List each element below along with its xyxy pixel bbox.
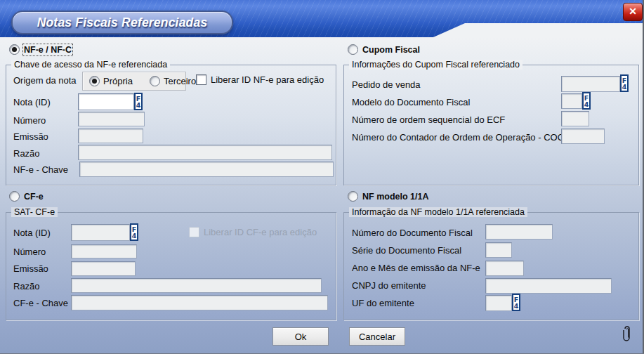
- field-label: Razão: [13, 148, 40, 159]
- coo-input: [561, 129, 605, 144]
- cfe-numero-input: [71, 244, 137, 258]
- f4-digit: 4: [136, 102, 141, 108]
- f4-lookup-button[interactable]: F 4: [512, 294, 520, 311]
- header-right-fill: [465, 23, 644, 37]
- origem-terceiro-label: Terceiro: [164, 76, 196, 86]
- field-label: Ano e Mês de emissão da NF-e: [352, 263, 480, 273]
- cfe-nota-id-input: [71, 224, 130, 241]
- field-label: Série do Documento Fiscal: [352, 245, 461, 256]
- field-label: CNPJ do emitente: [352, 280, 426, 291]
- field-label: CF-e - Chave: [13, 298, 68, 308]
- origem-label: Origem da nota: [13, 75, 77, 86]
- f4-lookup-button[interactable]: F 4: [134, 93, 143, 110]
- field-label: Nota (ID): [13, 228, 51, 238]
- checkbox-unchecked-icon[interactable]: [196, 74, 206, 85]
- ok-button[interactable]: Ok: [272, 327, 329, 346]
- ok-button-label: Ok: [295, 332, 307, 342]
- group-nfe-title: Chave de acesso da NF-e referenciada: [11, 60, 170, 70]
- radio-off-icon[interactable]: [150, 76, 160, 86]
- nf1a-numero-doc-input: [485, 224, 553, 240]
- radio-off-icon[interactable]: [9, 191, 20, 202]
- field-label: Número: [13, 115, 46, 126]
- radio-off-icon[interactable]: [348, 191, 358, 202]
- field-label: Emissão: [13, 131, 48, 142]
- dialog-title-pill: Notas Fiscais Referenciadas: [11, 11, 233, 34]
- dialog-title: Notas Fiscais Referenciadas: [37, 15, 208, 30]
- nf1a-cnpj-input: [485, 278, 612, 294]
- origem-propria-label: Própria: [103, 76, 133, 86]
- cancel-button[interactable]: Cancelar: [349, 327, 405, 346]
- group-nf1a: Informação da NF modelo 1/1A referenciad…: [343, 212, 639, 320]
- nfe-chave-input: [79, 162, 334, 177]
- f4-digit: 4: [514, 303, 519, 309]
- cfe-emissao-input: [71, 261, 136, 276]
- nf1a-ano-mes-input: [485, 261, 524, 276]
- field-label: Razão: [13, 281, 40, 291]
- f4-digit: 4: [622, 84, 627, 90]
- nota-id-input[interactable]: [78, 93, 134, 110]
- f4-lookup-button[interactable]: F 4: [582, 92, 591, 110]
- field-label: Número do Contador de Ordem de Operação …: [352, 132, 565, 143]
- radio-on-icon[interactable]: [9, 44, 20, 55]
- field-label: Pedido de venda: [352, 79, 421, 90]
- section-radio-nf1a-label: NF modelo 1/1A: [362, 192, 428, 202]
- paperclip-icon: [622, 323, 632, 343]
- field-label: Nota (ID): [13, 97, 51, 107]
- field-label: Número de ordem sequencial do ECF: [352, 114, 505, 125]
- section-radio-nfe-label: NF-e / NF-C: [24, 45, 72, 55]
- f4-lookup-button[interactable]: F 4: [620, 74, 629, 92]
- radio-on-icon[interactable]: [89, 76, 100, 86]
- field-label: Modelo do Documento Fiscal: [352, 97, 470, 107]
- modelo-doc-fiscal-input: [561, 93, 582, 109]
- section-radio-nfe[interactable]: NF-e / NF-C: [9, 44, 72, 55]
- section-radio-cupom-label: Cupom Fiscal: [362, 45, 420, 55]
- nf1a-uf-input: [485, 295, 512, 311]
- numero-input: [78, 112, 145, 126]
- field-label: Emissão: [13, 263, 48, 274]
- radio-off-icon[interactable]: [348, 44, 358, 55]
- section-radio-cfe-label: CF-e: [24, 192, 44, 202]
- razao-input: [78, 145, 332, 160]
- section-radio-cfe[interactable]: CF-e: [9, 191, 44, 202]
- field-label: UF do emitente: [352, 298, 414, 308]
- group-cfe-title: SAT- CF-e: [11, 207, 58, 217]
- liberar-id-nfe-label: Liberar ID NF-e para edição: [211, 74, 324, 85]
- f4-digit: 4: [132, 232, 137, 239]
- nf1a-serie-input: [485, 242, 512, 258]
- cfe-razao-input: [71, 278, 322, 293]
- group-nf1a-title: Informação da NF modelo 1/1A referenciad…: [349, 207, 527, 217]
- emissao-input: [78, 129, 143, 143]
- field-label: Número do Documento Fiscal: [352, 228, 473, 238]
- section-radio-nf1a[interactable]: NF modelo 1/1A: [348, 191, 428, 202]
- f4-digit: 4: [584, 101, 589, 107]
- liberar-id-cfe-label: Liberar ID CF-e para edição: [204, 227, 317, 237]
- field-label: Número: [13, 247, 46, 257]
- dialog-notas-fiscais-referenciadas: { "window": { "title": "Notas Fiscais Re…: [0, 0, 644, 354]
- pedido-venda-input: [561, 76, 620, 92]
- ordem-ecf-input: [561, 111, 589, 126]
- cancel-button-label: Cancelar: [359, 332, 395, 342]
- group-nfe-chave: Chave de acesso da NF-e referenciada Ori…: [6, 65, 336, 185]
- liberar-id-nfe-checkbox-row[interactable]: Liberar ID NF-e para edição: [196, 74, 324, 85]
- origem-radio-panel: Própria Terceiro: [82, 72, 186, 91]
- cfe-chave-input: [71, 295, 328, 310]
- checkbox-disabled-icon: [189, 227, 199, 237]
- close-icon: ✕: [629, 6, 637, 17]
- group-cupom-title: Informações do Cupom Fiscal referenciado: [349, 60, 523, 70]
- field-label: NF-e - Chave: [13, 164, 68, 175]
- origem-option-propria[interactable]: Própria: [89, 76, 133, 86]
- group-cfe-sat: SAT- CF-e Nota (ID) F 4 Liberar ID CF-e …: [6, 212, 336, 320]
- close-button[interactable]: ✕: [623, 3, 643, 21]
- origem-option-terceiro[interactable]: Terceiro: [150, 76, 196, 86]
- f4-lookup-button[interactable]: F 4: [130, 223, 138, 241]
- liberar-id-cfe-checkbox-row: Liberar ID CF-e para edição: [189, 227, 317, 237]
- section-radio-cupom[interactable]: Cupom Fiscal: [348, 44, 420, 55]
- group-cupom: Informações do Cupom Fiscal referenciado…: [343, 65, 639, 185]
